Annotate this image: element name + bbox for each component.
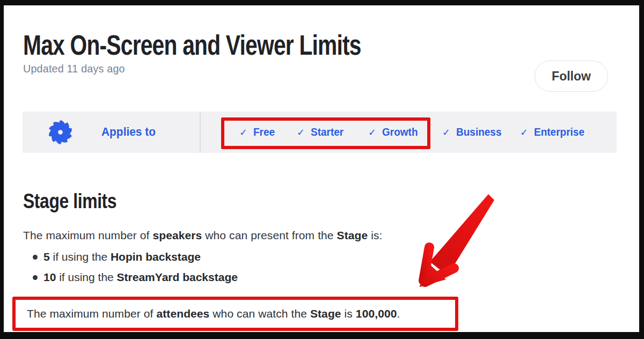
tier-label: Business	[456, 126, 501, 138]
tier-item: ✓ Starter	[297, 112, 346, 153]
checkmark-icon: ✓	[520, 128, 528, 137]
annotation-red-box-attendees: The maximum number of attendees who can …	[12, 297, 458, 331]
applies-to-banner: Applies to ✓ Free ✓ Starter ✓ Growth	[23, 112, 617, 153]
article-page: Max On-Screen and Viewer Limits Updated …	[4, 5, 639, 332]
page-title: Max On-Screen and Viewer Limits	[23, 31, 361, 61]
section-heading: Stage limits	[23, 190, 116, 213]
checkmark-icon: ✓	[239, 128, 247, 137]
tier-label: Free	[253, 126, 275, 138]
annotation-red-arrow-icon	[413, 188, 504, 300]
tier-item: ✓ Free	[239, 112, 276, 153]
tier-label: Growth	[382, 126, 418, 138]
follow-button[interactable]: Follow	[535, 61, 608, 92]
checkmark-icon: ✓	[368, 128, 376, 137]
tier-item: ✓ Growth	[368, 112, 420, 153]
tier-item: ✓ Business	[442, 112, 504, 153]
tier-item: ✓ Enterprise	[520, 112, 587, 153]
updated-timestamp: Updated 11 days ago	[23, 62, 125, 75]
checkmark-icon: ✓	[442, 128, 450, 137]
tier-label: Starter	[311, 126, 343, 138]
tier-label: Enterprise	[534, 126, 584, 138]
hopin-spiral-logo-icon	[46, 118, 75, 146]
attendee-limit-text: The maximum number of attendees who can …	[27, 307, 400, 320]
limits-bullet-list: 5 if using the Hopin backstage10 if usin…	[23, 249, 238, 290]
list-item: 10 if using the StreamYard backstage	[23, 270, 238, 285]
intro-paragraph: The maximum number of speakers who can p…	[23, 229, 383, 242]
applies-to-label: Applies to	[101, 125, 156, 139]
list-item: 5 if using the Hopin backstage	[23, 249, 238, 264]
checkmark-icon: ✓	[297, 128, 305, 137]
banner-divider	[200, 112, 201, 153]
